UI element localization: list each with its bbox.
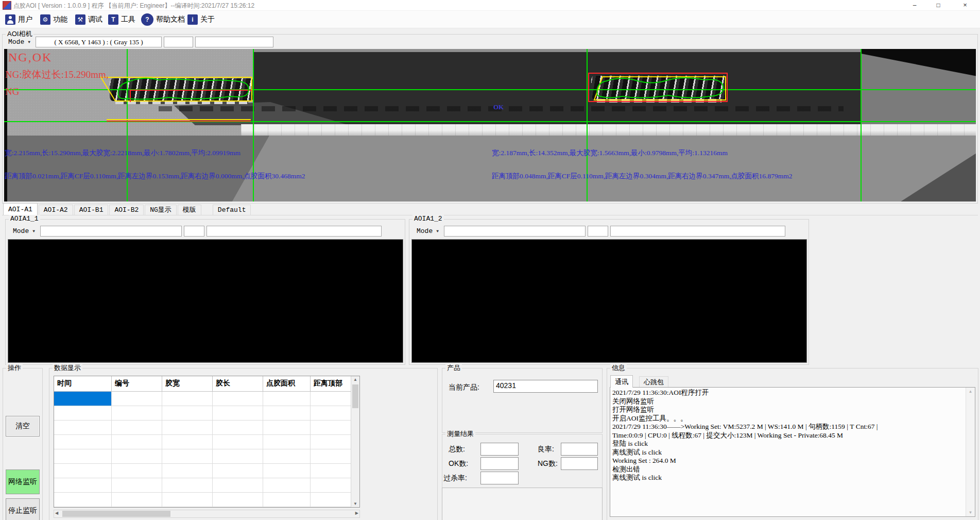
minimize-button[interactable]: – — [903, 0, 926, 10]
table-cell[interactable] — [213, 392, 263, 406]
table-row[interactable] — [54, 392, 359, 406]
table-cell[interactable] — [213, 464, 263, 478]
table-cell[interactable] — [263, 392, 311, 406]
total-field[interactable] — [480, 443, 519, 456]
table-row[interactable] — [54, 449, 359, 464]
table-cell[interactable] — [311, 449, 352, 464]
table-cell[interactable] — [263, 464, 311, 478]
table-cell[interactable] — [112, 421, 162, 435]
tab-communication[interactable]: 通讯 — [610, 375, 633, 388]
scroll-up-icon[interactable]: ▲ — [351, 377, 359, 382]
table-cell[interactable] — [213, 406, 263, 421]
communication-log[interactable]: 2021/7/29 11:36:30:AOI程序打开 关闭网络监听 打开网络监听… — [610, 387, 975, 517]
table-cell[interactable] — [162, 392, 213, 406]
tab-heartbeat[interactable]: 心跳包 — [639, 376, 668, 388]
tab-aoi-b2[interactable]: AOI-B2 — [109, 205, 144, 215]
table-row[interactable] — [54, 464, 359, 478]
scroll-right-icon[interactable]: ▶ — [355, 511, 358, 515]
table-cell[interactable] — [162, 478, 213, 493]
table-cell[interactable] — [162, 464, 213, 478]
table-cell[interactable] — [213, 435, 263, 449]
clear-button[interactable]: 清空 — [6, 416, 40, 437]
table-cell[interactable] — [54, 435, 112, 449]
column-header-glue-length[interactable]: 胶长 — [213, 376, 263, 392]
column-header-id[interactable]: 编号 — [112, 376, 162, 392]
table-cell[interactable] — [311, 435, 352, 449]
table-cell[interactable] — [263, 421, 311, 435]
table-cell[interactable] — [311, 406, 352, 421]
table-cell[interactable] — [263, 449, 311, 464]
toolbar-user-button[interactable]: 用户 — [3, 13, 35, 26]
table-cell[interactable] — [112, 493, 162, 507]
current-product-field[interactable]: 40231 — [493, 380, 598, 393]
aoia1-2-mode-dropdown[interactable]: Mode ▼ — [414, 226, 442, 237]
scrollbar-thumb[interactable] — [352, 384, 358, 408]
log-scrollbar[interactable]: ▲ ▼ — [966, 388, 975, 516]
table-cell[interactable] — [54, 478, 112, 493]
camera-mode-dropdown[interactable]: Mode ▼ — [5, 37, 33, 47]
column-header-glue-width[interactable]: 胶宽 — [162, 376, 213, 392]
camera-image-view[interactable]: NG,OK NG:胶体过长:15.290mm, NG OK 宽:2.215mm,… — [4, 49, 976, 202]
ng-count-field[interactable] — [561, 457, 598, 470]
table-row[interactable] — [54, 435, 359, 449]
table-cell[interactable] — [112, 435, 162, 449]
overkill-field[interactable] — [480, 472, 519, 484]
scroll-down-icon[interactable]: ▼ — [351, 501, 359, 506]
table-cell[interactable] — [54, 464, 112, 478]
table-cell[interactable] — [311, 493, 352, 507]
scroll-up-icon[interactable]: ▲ — [966, 389, 975, 394]
table-cell[interactable] — [112, 449, 162, 464]
close-button[interactable]: × — [950, 0, 980, 10]
toolbar-debug-button[interactable]: ⚒ 调试 — [73, 13, 105, 26]
network-listen-button[interactable]: 网络监听 — [6, 469, 40, 494]
tab-ng-display[interactable]: NG显示 — [145, 205, 177, 215]
toolbar-help-button[interactable]: ? 帮助文档 — [139, 13, 187, 26]
tab-aoi-b1[interactable]: AOI-B1 — [74, 205, 109, 215]
table-cell[interactable] — [311, 464, 352, 478]
table-cell[interactable] — [112, 392, 162, 406]
table-cell[interactable] — [213, 478, 263, 493]
table-cell[interactable] — [213, 449, 263, 464]
table-cell[interactable] — [54, 406, 112, 421]
table-cell[interactable] — [162, 406, 213, 421]
table-cell[interactable] — [213, 421, 263, 435]
table-cell[interactable] — [162, 435, 213, 449]
selected-cell[interactable] — [54, 392, 112, 406]
tab-default[interactable]: Default — [213, 205, 251, 215]
table-row[interactable] — [54, 493, 359, 507]
table-cell[interactable] — [311, 392, 352, 406]
column-header-distance-top[interactable]: 距离顶部 — [311, 376, 352, 392]
aoia1-1-mode-dropdown[interactable]: Mode ▼ — [10, 226, 38, 237]
table-vertical-scrollbar[interactable]: ▲ ▼ — [351, 376, 359, 507]
toolbar-about-button[interactable]: i 关于 — [185, 13, 217, 26]
table-cell[interactable] — [263, 478, 311, 493]
column-header-time[interactable]: 时间 — [54, 376, 112, 392]
tab-aoi-a1[interactable]: AOI-A1 — [3, 203, 38, 215]
table-cell[interactable] — [263, 493, 311, 507]
scroll-down-icon[interactable]: ▼ — [966, 510, 975, 515]
toolbar-tools-button[interactable]: T 工具 — [106, 13, 137, 26]
toolbar-function-button[interactable]: ⚙ 功能 — [38, 13, 70, 26]
table-cell[interactable] — [112, 406, 162, 421]
tab-aoi-a2[interactable]: AOI-A2 — [39, 205, 73, 215]
table-cell[interactable] — [263, 435, 311, 449]
scrollbar-thumb[interactable] — [62, 511, 170, 517]
table-cell[interactable] — [54, 449, 112, 464]
table-cell[interactable] — [311, 478, 352, 493]
table-cell[interactable] — [263, 406, 311, 421]
table-cell[interactable] — [112, 464, 162, 478]
table-cell[interactable] — [162, 493, 213, 507]
table-cell[interactable] — [54, 421, 112, 435]
table-cell[interactable] — [162, 421, 213, 435]
table-cell[interactable] — [213, 493, 263, 507]
table-cell[interactable] — [162, 449, 213, 464]
ok-count-field[interactable] — [480, 457, 519, 470]
column-header-glue-area[interactable]: 点胶面积 — [263, 376, 311, 392]
scroll-left-icon[interactable]: ◀ — [55, 511, 58, 515]
table-row[interactable] — [54, 406, 359, 421]
table-row[interactable] — [54, 478, 359, 493]
table-horizontal-scrollbar[interactable]: ◀ ▶ — [54, 510, 360, 518]
maximize-button[interactable]: □ — [926, 0, 950, 10]
table-cell[interactable] — [112, 478, 162, 493]
table-cell[interactable] — [54, 493, 112, 507]
